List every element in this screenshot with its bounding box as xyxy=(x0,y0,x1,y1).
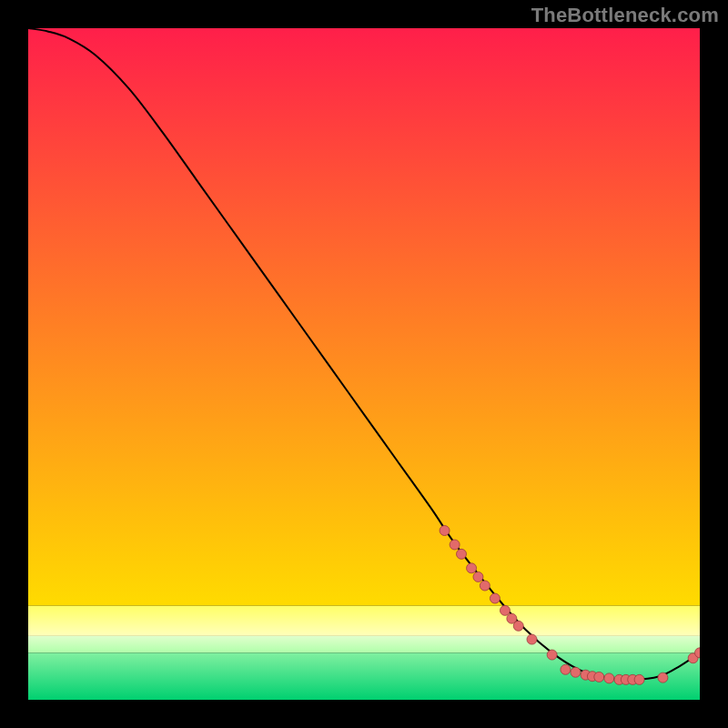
data-point xyxy=(500,605,510,615)
data-point xyxy=(604,673,614,683)
chart-frame: TheBottleneck.com xyxy=(0,0,728,728)
data-point xyxy=(440,526,450,536)
data-point xyxy=(571,667,581,677)
data-point xyxy=(634,674,644,684)
data-point xyxy=(547,650,557,660)
data-point xyxy=(594,672,604,682)
data-point xyxy=(490,593,500,603)
data-point xyxy=(658,672,668,682)
svg-rect-2 xyxy=(28,636,700,652)
data-point xyxy=(480,581,490,591)
svg-rect-0 xyxy=(28,28,700,606)
data-point xyxy=(527,634,537,644)
watermark-text: TheBottleneck.com xyxy=(531,4,719,27)
data-point xyxy=(513,621,523,631)
data-point xyxy=(473,571,483,581)
bottleneck-chart xyxy=(28,28,700,700)
data-point xyxy=(561,664,571,674)
data-point xyxy=(467,563,477,573)
data-point xyxy=(450,540,460,550)
plot-area xyxy=(28,28,700,700)
data-point xyxy=(457,549,467,559)
svg-rect-1 xyxy=(28,606,700,636)
